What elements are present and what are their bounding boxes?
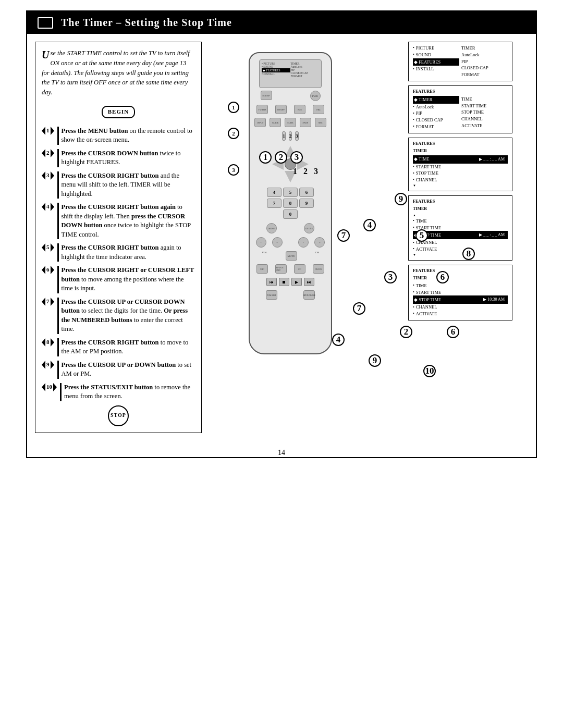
step-8: 8 Press the CURSOR RIGHT button to move … bbox=[42, 338, 195, 356]
menu-features-item: ◆ FEATURES bbox=[413, 58, 459, 66]
triangle-left-9-icon bbox=[42, 361, 45, 369]
tv-timer-btn[interactable]: TV/TMR bbox=[256, 105, 268, 114]
diagram-callout-4: 4 bbox=[363, 219, 376, 231]
channel-item-4: • CHANNEL bbox=[413, 239, 508, 246]
step-3: 3 Press the CURSOR RIGHT button and the … bbox=[42, 171, 195, 199]
right-panel: • PICTURE • SOUND ◆ FEATURES • INSTALL T… bbox=[207, 42, 528, 433]
ch-up-btn[interactable]: + bbox=[314, 237, 325, 248]
num-0[interactable]: 0 bbox=[283, 209, 298, 219]
numpad-123-row: 1 2 3 bbox=[282, 131, 299, 141]
step-5: 5 Press the CURSOR RIGHT button again to… bbox=[42, 243, 195, 262]
vol-up-btn[interactable]: + bbox=[272, 237, 283, 248]
activate-item-4: • ACTIVATE bbox=[413, 246, 508, 253]
open-close-btn[interactable]: OPEN/CLOSE bbox=[303, 290, 315, 300]
freeze-btn[interactable]: FRZ bbox=[313, 105, 324, 114]
menu-cc-col: CLOSED CAP bbox=[461, 65, 508, 71]
step-8-marker: 8 bbox=[42, 338, 54, 347]
num-8[interactable]: 8 bbox=[283, 199, 298, 208]
triangle-right-10-icon bbox=[53, 383, 57, 391]
timer-title-4: TIMER bbox=[413, 206, 508, 212]
triangle-right-icon bbox=[51, 127, 54, 135]
menu-btn[interactable]: MENU bbox=[266, 223, 277, 233]
vol-mute-ch-row: VOL MUTE CH bbox=[253, 251, 328, 261]
diagram-callout-6: 6 bbox=[436, 271, 449, 283]
step-4: 4 Press the CURSOR RIGHT button again to… bbox=[42, 203, 195, 239]
menu-picture-item: • PICTURE bbox=[413, 45, 459, 52]
num-2[interactable]: 2 bbox=[289, 131, 292, 141]
autolock-item: • AutoLock bbox=[413, 104, 459, 110]
step-10: 10 Press the STATUS/EXIT button to remov… bbox=[42, 383, 195, 401]
step-1-content: Press the MENU button on the remote cont… bbox=[57, 127, 195, 145]
time-col: TIME bbox=[461, 96, 508, 103]
menu-screen-1-layout: • PICTURE • SOUND ◆ FEATURES • INSTALL bbox=[413, 45, 508, 78]
diagram-callout-7: 7 bbox=[337, 229, 350, 242]
diagram-num-1: 1 bbox=[293, 167, 297, 176]
callout-3: 3 bbox=[228, 164, 239, 176]
triangle-left-3-icon bbox=[42, 171, 45, 180]
power-btn[interactable]: PWR bbox=[310, 91, 321, 101]
num-3[interactable]: 3 bbox=[295, 131, 299, 141]
triangle-left-4-icon bbox=[42, 203, 45, 211]
rewind-btn[interactable]: ⏮ bbox=[266, 278, 277, 286]
triangle-left-5-icon bbox=[42, 243, 45, 252]
diagram-num-2: 2 bbox=[303, 167, 308, 176]
features-title-5: FEATURES bbox=[413, 268, 508, 274]
num-6[interactable]: 6 bbox=[299, 188, 314, 197]
play-btn[interactable]: ▶ bbox=[291, 278, 302, 286]
starttime-col: START TIME bbox=[461, 103, 508, 109]
ch-down-btn[interactable]: - bbox=[298, 237, 309, 248]
chlink-btn[interactable]: CH LNK bbox=[304, 223, 314, 233]
vol-down-btn[interactable]: - bbox=[256, 237, 266, 248]
stoptime-value-5: ▶ 10:30 AM bbox=[481, 296, 507, 303]
callout-1: 1 bbox=[228, 102, 239, 113]
features-title-4: FEATURES bbox=[413, 199, 508, 205]
num-9[interactable]: 9 bbox=[299, 199, 314, 208]
drop-cap: U bbox=[42, 50, 49, 60]
menu-install: • INSTALL bbox=[262, 72, 290, 76]
step-4-bold: Press the CURSOR RIGHT button again bbox=[62, 203, 176, 211]
position-btn[interactable]: POS bbox=[294, 105, 305, 114]
stop-btn[interactable]: ⏹ bbox=[279, 278, 289, 286]
diagram-num-3: 3 bbox=[314, 167, 318, 176]
step-5-num: 5 bbox=[46, 243, 50, 252]
time-item-4: ▲ bbox=[413, 213, 508, 218]
slide-btn[interactable]: SLIDE bbox=[285, 118, 296, 127]
cc-btn[interactable]: CC bbox=[294, 264, 305, 274]
step-1: 1 Press the MENU button on the remote co… bbox=[42, 127, 195, 145]
swap-btn[interactable]: SWAP bbox=[300, 118, 311, 127]
num-1[interactable]: 1 bbox=[282, 131, 286, 141]
guide-btn[interactable]: GUIDE bbox=[270, 118, 281, 127]
activate-col: ACTIVATE bbox=[461, 122, 508, 129]
sleep-btn[interactable]: SLEEP bbox=[261, 91, 272, 100]
ffwd-btn[interactable]: ⏭ bbox=[304, 278, 314, 286]
time-item-hl: ◆ TIME ▶ _ _ : _ _ AM bbox=[413, 155, 508, 164]
pip-item: • PIP bbox=[413, 110, 459, 117]
step-9: 9 Press the CURSOR UP or DOWN button to … bbox=[42, 361, 195, 379]
source-btn2[interactable]: SRC bbox=[256, 264, 268, 274]
onoff-btn[interactable]: ON/OFF bbox=[275, 105, 287, 114]
format-item: • FORMAT bbox=[413, 124, 459, 130]
menu-screen-2: FEATURES ◆ TIMER • AutoLock • PIP • CLOS… bbox=[408, 85, 512, 133]
menu-autolock-col: AutoLock bbox=[461, 52, 508, 58]
menu-screen-1: • PICTURE • SOUND ◆ FEATURES • INSTALL bbox=[408, 42, 512, 81]
page-number: 14 bbox=[27, 449, 536, 457]
num-7[interactable]: 7 bbox=[267, 199, 282, 208]
step-4-bold2: press the CURSOR DOWN button bbox=[62, 213, 186, 229]
num-5[interactable]: 5 bbox=[283, 188, 298, 197]
source-btn[interactable]: SRC bbox=[315, 118, 326, 127]
diagram-callout-2: 2 bbox=[275, 151, 287, 164]
mute-btn[interactable]: MUTE bbox=[286, 251, 297, 261]
step-2-content: Press the CURSOR DOWN button twice to hi… bbox=[57, 149, 195, 167]
step-9-bold: Press the CURSOR UP or DOWN button bbox=[62, 361, 176, 368]
diagram-callout-6b: 6 bbox=[447, 326, 459, 338]
num-4[interactable]: 4 bbox=[267, 188, 282, 197]
numpad: 4 5 6 7 8 9 0 bbox=[267, 188, 314, 219]
step-3-content: Press the CURSOR RIGHT button and the me… bbox=[57, 171, 195, 199]
status-exit-btn[interactable]: STATUS EXIT bbox=[275, 264, 287, 274]
stoptime-value-4: ▶ _ _ : _ _ AM bbox=[477, 231, 507, 239]
triangle-right-5-icon bbox=[51, 243, 54, 252]
pgm-list-btn[interactable]: PGM LIST bbox=[266, 290, 277, 300]
arrow-down-4: ▼ bbox=[413, 253, 508, 257]
clock-btn[interactable]: CLOCK bbox=[313, 264, 324, 274]
input-btn[interactable]: INPUT bbox=[254, 118, 266, 127]
